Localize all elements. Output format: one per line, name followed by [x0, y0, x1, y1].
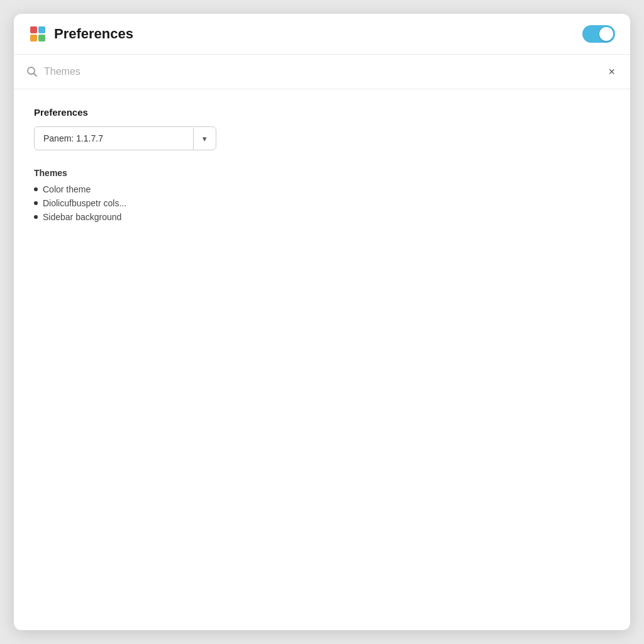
bullet-icon — [34, 215, 38, 219]
theme-diolicuf[interactable]: Diolicufbuspetr cols... — [43, 198, 126, 208]
svg-rect-0 — [30, 26, 37, 33]
close-icon: × — [608, 66, 615, 77]
search-input[interactable]: Themes — [44, 66, 599, 77]
search-bar: Themes × — [14, 55, 630, 89]
app-logo-icon — [29, 25, 47, 43]
bullet-icon — [34, 201, 38, 205]
svg-line-5 — [34, 74, 37, 77]
themes-list: Color theme Diolicufbuspetr cols... Side… — [34, 184, 610, 222]
themes-section-title: Themes — [34, 168, 610, 178]
close-button[interactable]: × — [606, 64, 618, 80]
list-item: Color theme — [34, 184, 610, 194]
bullet-icon — [34, 187, 38, 191]
preferences-dialog: Preferences Themes × Preferences Panem: — [14, 14, 630, 630]
preferences-dropdown[interactable]: Panem: 1.1.7.7 Option 2 Option 3 — [35, 127, 193, 150]
chevron-down-icon: ▾ — [203, 134, 207, 143]
title-bar: Preferences — [14, 14, 630, 55]
page-title: Preferences — [54, 26, 133, 42]
theme-sidebar-background[interactable]: Sidebar background — [43, 212, 121, 222]
preferences-section-title: Preferences — [34, 107, 610, 118]
toggle-container — [582, 25, 615, 43]
list-item: Diolicufbuspetr cols... — [34, 198, 610, 208]
list-item: Sidebar background — [34, 212, 610, 222]
title-left: Preferences — [29, 25, 133, 43]
toggle-slider — [582, 25, 615, 43]
main-toggle[interactable] — [582, 25, 615, 43]
content-area: Preferences Panem: 1.1.7.7 Option 2 Opti… — [14, 89, 630, 630]
dropdown-wrapper: Panem: 1.1.7.7 Option 2 Option 3 ▾ — [34, 126, 216, 150]
svg-rect-1 — [38, 26, 45, 33]
search-icon — [26, 66, 38, 77]
svg-rect-3 — [38, 35, 45, 42]
dropdown-arrow-button[interactable]: ▾ — [193, 128, 216, 150]
theme-color-theme[interactable]: Color theme — [43, 184, 91, 194]
svg-rect-2 — [30, 35, 37, 42]
